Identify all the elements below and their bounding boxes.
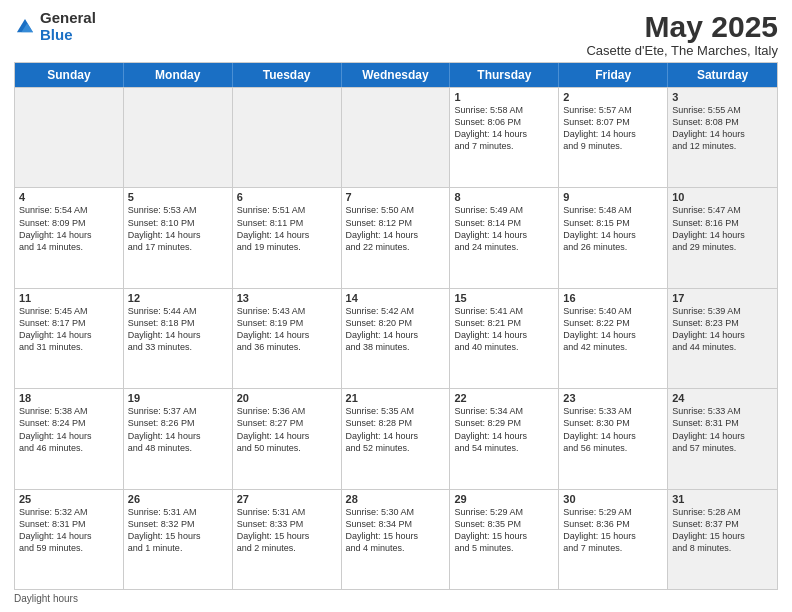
calendar-cell: 4Sunrise: 5:54 AM Sunset: 8:09 PM Daylig… [15,188,124,287]
day-number: 14 [346,292,446,304]
calendar-cell [15,88,124,187]
calendar-cell [342,88,451,187]
footer-note: Daylight hours [14,593,778,604]
calendar-body: 1Sunrise: 5:58 AM Sunset: 8:06 PM Daylig… [15,87,777,589]
day-info: Sunrise: 5:44 AM Sunset: 8:18 PM Dayligh… [128,305,228,354]
day-number: 26 [128,493,228,505]
day-info: Sunrise: 5:54 AM Sunset: 8:09 PM Dayligh… [19,204,119,253]
calendar-cell: 14Sunrise: 5:42 AM Sunset: 8:20 PM Dayli… [342,289,451,388]
day-number: 23 [563,392,663,404]
calendar-cell: 25Sunrise: 5:32 AM Sunset: 8:31 PM Dayli… [15,490,124,589]
logo-icon [14,16,36,38]
day-number: 28 [346,493,446,505]
day-number: 22 [454,392,554,404]
day-info: Sunrise: 5:29 AM Sunset: 8:36 PM Dayligh… [563,506,663,555]
day-info: Sunrise: 5:49 AM Sunset: 8:14 PM Dayligh… [454,204,554,253]
calendar-cell: 31Sunrise: 5:28 AM Sunset: 8:37 PM Dayli… [668,490,777,589]
day-number: 7 [346,191,446,203]
day-info: Sunrise: 5:30 AM Sunset: 8:34 PM Dayligh… [346,506,446,555]
calendar-row: 1Sunrise: 5:58 AM Sunset: 8:06 PM Daylig… [15,87,777,187]
calendar-cell: 11Sunrise: 5:45 AM Sunset: 8:17 PM Dayli… [15,289,124,388]
calendar-row: 11Sunrise: 5:45 AM Sunset: 8:17 PM Dayli… [15,288,777,388]
month-title: May 2025 [586,10,778,43]
day-info: Sunrise: 5:41 AM Sunset: 8:21 PM Dayligh… [454,305,554,354]
day-info: Sunrise: 5:45 AM Sunset: 8:17 PM Dayligh… [19,305,119,354]
day-number: 1 [454,91,554,103]
calendar-header-cell: Sunday [15,63,124,87]
day-info: Sunrise: 5:53 AM Sunset: 8:10 PM Dayligh… [128,204,228,253]
day-info: Sunrise: 5:48 AM Sunset: 8:15 PM Dayligh… [563,204,663,253]
day-info: Sunrise: 5:51 AM Sunset: 8:11 PM Dayligh… [237,204,337,253]
calendar-cell: 26Sunrise: 5:31 AM Sunset: 8:32 PM Dayli… [124,490,233,589]
day-info: Sunrise: 5:58 AM Sunset: 8:06 PM Dayligh… [454,104,554,153]
day-number: 21 [346,392,446,404]
day-number: 30 [563,493,663,505]
logo-general: General [40,10,96,27]
calendar-cell: 15Sunrise: 5:41 AM Sunset: 8:21 PM Dayli… [450,289,559,388]
day-info: Sunrise: 5:36 AM Sunset: 8:27 PM Dayligh… [237,405,337,454]
calendar-row: 18Sunrise: 5:38 AM Sunset: 8:24 PM Dayli… [15,388,777,488]
day-number: 19 [128,392,228,404]
calendar-cell: 20Sunrise: 5:36 AM Sunset: 8:27 PM Dayli… [233,389,342,488]
logo: General Blue [14,10,96,43]
day-number: 20 [237,392,337,404]
calendar-header-cell: Tuesday [233,63,342,87]
calendar-row: 4Sunrise: 5:54 AM Sunset: 8:09 PM Daylig… [15,187,777,287]
day-info: Sunrise: 5:39 AM Sunset: 8:23 PM Dayligh… [672,305,773,354]
calendar-cell: 2Sunrise: 5:57 AM Sunset: 8:07 PM Daylig… [559,88,668,187]
day-number: 11 [19,292,119,304]
day-number: 15 [454,292,554,304]
calendar-cell: 1Sunrise: 5:58 AM Sunset: 8:06 PM Daylig… [450,88,559,187]
calendar-cell: 7Sunrise: 5:50 AM Sunset: 8:12 PM Daylig… [342,188,451,287]
calendar-header-row: SundayMondayTuesdayWednesdayThursdayFrid… [15,63,777,87]
day-info: Sunrise: 5:32 AM Sunset: 8:31 PM Dayligh… [19,506,119,555]
day-info: Sunrise: 5:47 AM Sunset: 8:16 PM Dayligh… [672,204,773,253]
day-info: Sunrise: 5:37 AM Sunset: 8:26 PM Dayligh… [128,405,228,454]
day-info: Sunrise: 5:50 AM Sunset: 8:12 PM Dayligh… [346,204,446,253]
header-right: May 2025 Casette d'Ete, The Marches, Ita… [586,10,778,58]
calendar-cell: 21Sunrise: 5:35 AM Sunset: 8:28 PM Dayli… [342,389,451,488]
calendar-cell: 8Sunrise: 5:49 AM Sunset: 8:14 PM Daylig… [450,188,559,287]
day-info: Sunrise: 5:42 AM Sunset: 8:20 PM Dayligh… [346,305,446,354]
calendar-cell: 30Sunrise: 5:29 AM Sunset: 8:36 PM Dayli… [559,490,668,589]
calendar-cell: 24Sunrise: 5:33 AM Sunset: 8:31 PM Dayli… [668,389,777,488]
day-info: Sunrise: 5:31 AM Sunset: 8:32 PM Dayligh… [128,506,228,555]
calendar-header-cell: Monday [124,63,233,87]
calendar-cell: 28Sunrise: 5:30 AM Sunset: 8:34 PM Dayli… [342,490,451,589]
header: General Blue May 2025 Casette d'Ete, The… [14,10,778,58]
day-number: 18 [19,392,119,404]
day-info: Sunrise: 5:38 AM Sunset: 8:24 PM Dayligh… [19,405,119,454]
day-number: 31 [672,493,773,505]
calendar-cell: 17Sunrise: 5:39 AM Sunset: 8:23 PM Dayli… [668,289,777,388]
calendar-cell: 12Sunrise: 5:44 AM Sunset: 8:18 PM Dayli… [124,289,233,388]
day-info: Sunrise: 5:34 AM Sunset: 8:29 PM Dayligh… [454,405,554,454]
day-info: Sunrise: 5:43 AM Sunset: 8:19 PM Dayligh… [237,305,337,354]
day-number: 24 [672,392,773,404]
day-number: 9 [563,191,663,203]
day-number: 6 [237,191,337,203]
calendar-cell: 16Sunrise: 5:40 AM Sunset: 8:22 PM Dayli… [559,289,668,388]
calendar-cell: 29Sunrise: 5:29 AM Sunset: 8:35 PM Dayli… [450,490,559,589]
calendar-cell: 5Sunrise: 5:53 AM Sunset: 8:10 PM Daylig… [124,188,233,287]
calendar-cell: 9Sunrise: 5:48 AM Sunset: 8:15 PM Daylig… [559,188,668,287]
day-info: Sunrise: 5:40 AM Sunset: 8:22 PM Dayligh… [563,305,663,354]
calendar-cell: 18Sunrise: 5:38 AM Sunset: 8:24 PM Dayli… [15,389,124,488]
calendar-cell: 23Sunrise: 5:33 AM Sunset: 8:30 PM Dayli… [559,389,668,488]
calendar-header-cell: Thursday [450,63,559,87]
day-number: 16 [563,292,663,304]
location: Casette d'Ete, The Marches, Italy [586,43,778,58]
day-number: 5 [128,191,228,203]
calendar-cell: 22Sunrise: 5:34 AM Sunset: 8:29 PM Dayli… [450,389,559,488]
day-number: 29 [454,493,554,505]
calendar-cell: 6Sunrise: 5:51 AM Sunset: 8:11 PM Daylig… [233,188,342,287]
calendar-cell: 10Sunrise: 5:47 AM Sunset: 8:16 PM Dayli… [668,188,777,287]
day-number: 8 [454,191,554,203]
logo-text: General Blue [40,10,96,43]
day-info: Sunrise: 5:33 AM Sunset: 8:31 PM Dayligh… [672,405,773,454]
day-number: 17 [672,292,773,304]
logo-blue: Blue [40,27,96,44]
calendar-header-cell: Friday [559,63,668,87]
page: General Blue May 2025 Casette d'Ete, The… [0,0,792,612]
day-number: 25 [19,493,119,505]
day-info: Sunrise: 5:31 AM Sunset: 8:33 PM Dayligh… [237,506,337,555]
